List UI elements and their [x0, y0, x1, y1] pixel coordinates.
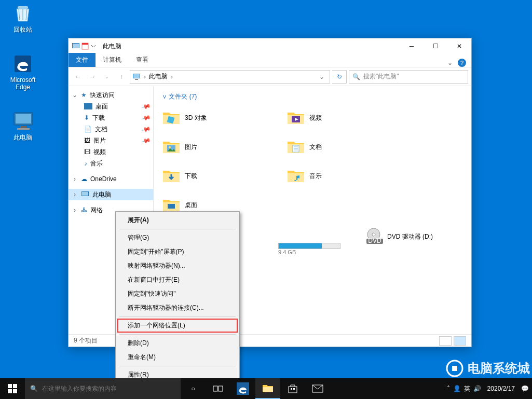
close-button[interactable]: ✕ [447, 38, 471, 54]
nav-downloads[interactable]: ⬇下载📌 [69, 112, 153, 123]
ctx-manage[interactable]: 管理(G) [117, 231, 238, 245]
nav-this-pc[interactable]: ›此电脑 [69, 189, 153, 200]
pin-icon: 📌 [141, 101, 152, 112]
context-menu: 展开(A) 管理(G) 固定到"开始"屏幕(P) 映射网络驱动器(N)... 在… [115, 211, 240, 384]
maximize-button[interactable]: ☐ [424, 38, 447, 54]
item-label: 文档 [309, 143, 322, 152]
nav-music[interactable]: ♪音乐 [69, 158, 153, 169]
folder-icon [162, 137, 181, 156]
nav-videos[interactable]: 🎞视频 [69, 146, 153, 158]
tab-computer[interactable]: 计算机 [96, 53, 129, 67]
pin-icon: 📌 [141, 124, 152, 134]
search-box[interactable]: 🔍 搜索"此电脑" [349, 70, 468, 84]
nav-label: 快速访问 [90, 91, 115, 100]
ctx-pin-quick[interactable]: 固定到"快速访问" [117, 287, 238, 301]
ctx-rename[interactable]: 重命名(M) [117, 350, 238, 364]
nav-onedrive[interactable]: ›☁OneDrive [69, 173, 153, 185]
ribbon-expand-icon[interactable]: ⌄ [447, 59, 453, 66]
watermark: 电脑系统城 [446, 360, 530, 377]
taskbar-edge[interactable] [230, 378, 255, 399]
taskbar-mail[interactable] [305, 378, 330, 399]
nav-label: 音乐 [90, 159, 103, 168]
item-label: 图片 [185, 143, 197, 152]
svg-rect-11 [133, 74, 140, 78]
view-large-button[interactable] [454, 336, 466, 346]
svg-text:DVD: DVD [368, 237, 381, 244]
refresh-button[interactable]: ↻ [332, 70, 347, 84]
nav-label: 网络 [90, 206, 103, 215]
taskbar-store[interactable] [280, 378, 305, 399]
ctx-disconnect[interactable]: 断开网络驱动器的连接(C)... [117, 301, 238, 315]
pin-icon: 📌 [141, 113, 152, 123]
desktop-this-pc[interactable]: 此电脑 [3, 110, 43, 142]
system-tray: ˄ 👤 英 🔊 2020/2/17 💬 [447, 384, 532, 393]
svg-rect-3 [16, 114, 31, 123]
nav-label: OneDrive [90, 175, 117, 183]
recycle-bin-icon [12, 2, 34, 24]
taskbar-taskview[interactable] [206, 378, 230, 399]
ctx-new-window[interactable]: 在新窗口中打开(E) [117, 273, 238, 287]
start-button[interactable] [0, 378, 25, 399]
address-box[interactable]: › 此电脑 › ⌄ [130, 70, 330, 84]
ctx-add-network-location[interactable]: 添加一个网络位置(L) [117, 319, 238, 333]
tab-view[interactable]: 查看 [129, 53, 156, 67]
view-details-button[interactable] [439, 336, 452, 346]
group-header-folders[interactable]: ∨ 文件夹 (7) [162, 90, 463, 103]
tray-people-icon[interactable]: 👤 [453, 385, 461, 392]
this-pc-icon [12, 110, 34, 132]
window-title: 此电脑 [103, 42, 121, 51]
nav-back-button[interactable]: ← [72, 71, 84, 83]
nav-forward-button[interactable]: → [86, 71, 99, 83]
folder-music[interactable]: 音乐 [287, 161, 411, 190]
drive-dvd[interactable]: DVD DVD 驱动器 (D:) [364, 227, 433, 246]
help-icon[interactable]: ? [458, 59, 466, 67]
svg-rect-5 [17, 128, 30, 130]
folder-icon [162, 167, 181, 185]
breadcrumb-root[interactable]: 此电脑 [149, 72, 168, 81]
svg-rect-7 [73, 44, 79, 48]
folder-pictures[interactable]: 图片 [162, 132, 287, 161]
titlebar: 此电脑 ─ ☐ ✕ [69, 38, 471, 54]
nav-documents[interactable]: 📄文档📌 [69, 123, 153, 135]
tray-notifications-icon[interactable]: 💬 [521, 385, 529, 392]
folder-videos[interactable]: 视频 [287, 103, 411, 132]
minimize-button[interactable]: ─ [400, 38, 424, 54]
desktop-recycle-bin[interactable]: 回收站 [3, 2, 43, 34]
nav-label: 下载 [92, 114, 105, 122]
nav-desktop[interactable]: 桌面📌 [69, 101, 153, 112]
folder-3d-objects[interactable]: 3D 对象 [162, 103, 287, 132]
svg-rect-26 [452, 366, 457, 371]
qat-properties-icon[interactable] [81, 42, 89, 50]
nav-quick-access[interactable]: ⌄★快速访问 [69, 89, 153, 101]
ctx-delete[interactable]: 删除(D) [117, 336, 238, 350]
qat-dropdown-icon[interactable] [90, 42, 97, 50]
nav-label: 图片 [93, 136, 106, 145]
ctx-pin-start[interactable]: 固定到"开始"屏幕(P) [117, 245, 238, 259]
tray-ime[interactable]: 英 [464, 384, 470, 393]
item-label: DVD 驱动器 (D:) [387, 232, 433, 241]
taskbar-search[interactable]: 🔍 [25, 378, 181, 399]
tray-volume-icon[interactable]: 🔊 [473, 385, 481, 392]
folder-icon [162, 108, 181, 127]
dvd-drive-icon: DVD [364, 227, 383, 246]
watermark-text: 电脑系统城 [468, 360, 530, 377]
ctx-map-drive[interactable]: 映射网络驱动器(N)... [117, 259, 238, 273]
ctx-expand[interactable]: 展开(A) [117, 213, 238, 227]
taskbar-explorer[interactable] [255, 378, 280, 399]
nav-pictures[interactable]: 🖼图片📌 [69, 135, 153, 146]
tray-clock[interactable]: 2020/2/17 [484, 385, 518, 392]
svg-rect-36 [293, 388, 295, 390]
svg-rect-28 [13, 384, 17, 388]
nav-up-button[interactable]: ↑ [115, 71, 128, 83]
folder-documents[interactable]: 文档 [287, 132, 411, 161]
tab-file[interactable]: 文件 [69, 53, 96, 67]
tray-up-icon[interactable]: ˄ [447, 385, 450, 392]
taskbar-cortana[interactable]: ○ [181, 378, 206, 399]
taskbar-search-input[interactable] [42, 385, 175, 392]
folder-downloads[interactable]: 下载 [162, 161, 287, 190]
desktop-edge[interactable]: Microsoft Edge [3, 53, 43, 91]
address-dropdown-icon[interactable]: ⌄ [316, 73, 328, 80]
nav-recent-button[interactable]: ⌄ [101, 71, 113, 83]
nav-label: 桌面 [96, 102, 108, 111]
nav-label: 文档 [95, 125, 107, 134]
